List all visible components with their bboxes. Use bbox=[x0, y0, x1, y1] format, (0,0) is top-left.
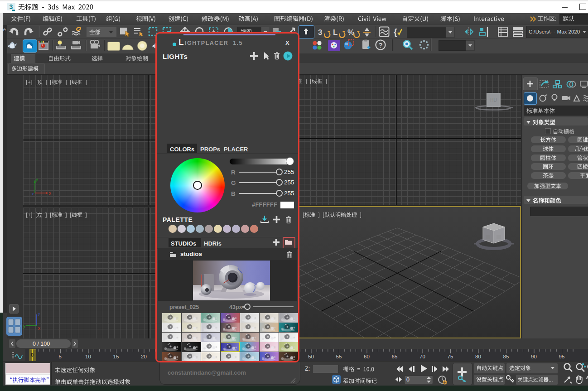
svg-text:L: L bbox=[333, 28, 337, 37]
svg-text:HU: HU bbox=[490, 98, 496, 103]
svg-text:x: x bbox=[49, 191, 51, 196]
svg-text:x: x bbox=[38, 326, 40, 331]
svg-text:z: z bbox=[38, 312, 40, 317]
svg-text:%: % bbox=[347, 28, 354, 37]
svg-text:?: ? bbox=[378, 41, 382, 49]
svg-text:z: z bbox=[32, 192, 34, 196]
svg-text:y: y bbox=[36, 177, 38, 182]
svg-text:y: y bbox=[23, 323, 26, 328]
svg-text:{: { bbox=[394, 27, 397, 37]
svg-text:3: 3 bbox=[318, 28, 322, 37]
svg-text:3: 3 bbox=[10, 3, 13, 10]
